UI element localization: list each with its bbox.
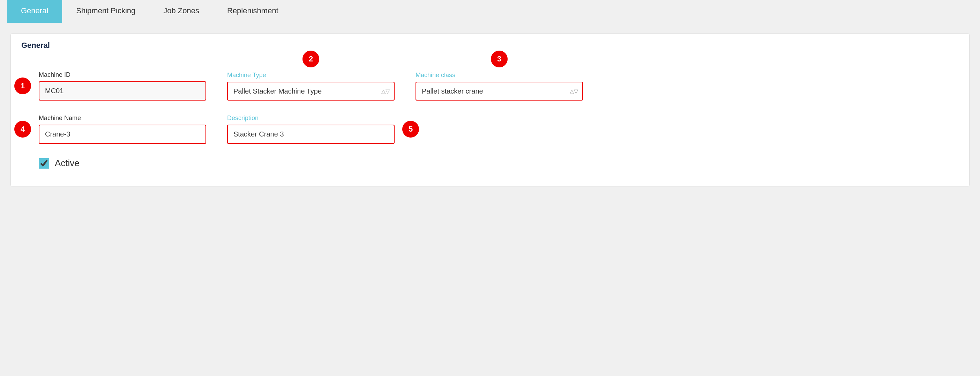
annotation-badge-5: 5 bbox=[402, 121, 419, 137]
active-checkbox[interactable] bbox=[39, 158, 49, 169]
tab-general[interactable]: General bbox=[7, 0, 62, 23]
annotation-badge-1: 1 bbox=[14, 78, 31, 94]
active-label: Active bbox=[55, 158, 80, 169]
tabs-bar: General Shipment Picking Job Zones Reple… bbox=[0, 0, 980, 23]
tab-shipment-picking[interactable]: Shipment Picking bbox=[62, 0, 149, 23]
machine-class-label: Machine class bbox=[415, 72, 583, 79]
machine-type-select-wrapper: Pallet Stacker Machine Type △▽ bbox=[227, 82, 395, 100]
section-body: 1 Machine ID 2 Machine Type bbox=[11, 57, 969, 186]
machine-id-field: 1 Machine ID bbox=[39, 71, 206, 100]
machine-class-select[interactable]: Pallet stacker crane bbox=[415, 82, 583, 100]
annotation-badge-4: 4 bbox=[14, 121, 31, 137]
machine-type-field: 2 Machine Type Pallet Stacker Machine Ty… bbox=[227, 72, 395, 100]
description-label: Description bbox=[227, 115, 395, 122]
section-card: General 1 Machine ID bbox=[11, 33, 969, 186]
annotation-badge-2: 2 bbox=[302, 51, 319, 67]
machine-type-label: Machine Type bbox=[227, 72, 395, 79]
description-field: 5 Description bbox=[227, 115, 395, 144]
machine-id-label: Machine ID bbox=[39, 71, 206, 78]
machine-name-field: 4 Machine Name bbox=[39, 115, 206, 144]
active-row: Active bbox=[39, 158, 941, 169]
machine-type-select[interactable]: Pallet Stacker Machine Type bbox=[227, 82, 395, 100]
machine-class-select-wrapper: Pallet stacker crane △▽ bbox=[415, 82, 583, 100]
form-row-1: 1 Machine ID 2 Machine Type bbox=[39, 71, 941, 100]
form-row-2: 4 Machine Name 5 Description bbox=[39, 115, 941, 144]
tab-job-zones[interactable]: Job Zones bbox=[149, 0, 213, 23]
main-content: General 1 Machine ID bbox=[0, 23, 980, 197]
machine-class-field: 3 Machine class Pallet stacker crane △▽ bbox=[415, 72, 583, 100]
section-title: General bbox=[21, 41, 50, 49]
machine-id-input[interactable] bbox=[39, 81, 206, 100]
machine-name-input[interactable] bbox=[39, 124, 206, 144]
description-input[interactable] bbox=[227, 124, 395, 144]
section-header: General bbox=[11, 34, 969, 57]
page-container: General Shipment Picking Job Zones Reple… bbox=[0, 0, 980, 376]
annotation-badge-3: 3 bbox=[491, 51, 508, 67]
tab-replenishment[interactable]: Replenishment bbox=[213, 0, 292, 23]
machine-name-label: Machine Name bbox=[39, 115, 206, 122]
